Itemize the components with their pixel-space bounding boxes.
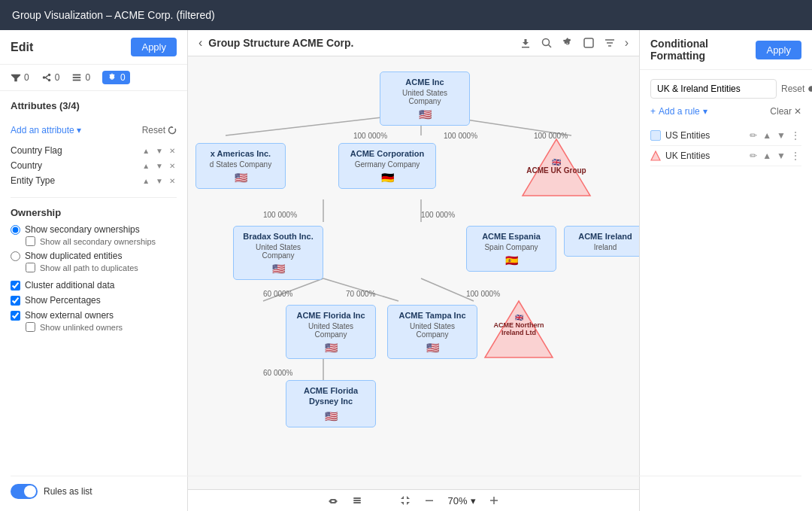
ownership-title: Ownership: [11, 207, 177, 218]
rule-uk-triangle-svg: [650, 151, 661, 161]
download-icon: [520, 37, 532, 49]
rule-uk-more-btn[interactable]: ⋮: [789, 150, 801, 162]
svg-rect-26: [353, 500, 361, 501]
filter-input-row: Reset: [650, 79, 801, 99]
attr-remove-btn-2[interactable]: ✕: [168, 161, 177, 171]
svg-rect-30: [490, 500, 498, 501]
rule-uk-down-btn[interactable]: ▼: [775, 150, 787, 162]
node-northern-ireland[interactable]: 🇬🇧 ACME Northern Ireland Ltd: [481, 297, 556, 362]
add-rule-button[interactable]: + Add a rule ▾: [650, 106, 707, 117]
back-button[interactable]: ‹: [198, 36, 202, 50]
nodes-icon: [41, 72, 52, 83]
next-button[interactable]: ›: [625, 36, 629, 50]
attr-controls-country: ▲ ▼ ✕: [141, 161, 177, 171]
share-button[interactable]: [583, 37, 595, 49]
app-title: Group Visualization – ACME Corp. (filter…: [12, 9, 215, 21]
radio-secondary-ownerships[interactable]: [11, 225, 20, 235]
gear-icon: [562, 37, 574, 49]
rule-uk-edit-btn[interactable]: ✏: [748, 150, 759, 162]
node-bradax[interactable]: Bradax South Inc. United States Company …: [233, 226, 323, 280]
node-uk-group-name: ACME UK Group: [526, 166, 586, 175]
svg-point-1: [47, 74, 50, 77]
svg-point-8: [542, 39, 549, 46]
attributes-reset-button[interactable]: Reset: [142, 125, 177, 135]
attr-up-btn-3[interactable]: ▲: [141, 176, 151, 186]
add-attribute-button[interactable]: Add an attribute ▾: [11, 125, 81, 135]
node-espania-name: ACME Espania: [473, 231, 550, 242]
left-apply-button[interactable]: Apply: [131, 38, 177, 56]
radio-duplicated-entities[interactable]: [11, 251, 20, 261]
node-espania-desc: Spain Company: [473, 243, 550, 251]
share-icon: [583, 37, 595, 49]
canvas-area[interactable]: 100 000% 100 000% 100 000% 100 000% 100 …: [188, 56, 639, 489]
node-acme-inc-name: ACME Inc: [386, 77, 463, 87]
svg-rect-27: [353, 502, 361, 503]
rule-uk-entities: UK Entities ✏ ▲ ▼ ⋮: [650, 146, 801, 166]
node-acme-inc[interactable]: ACME Inc United States Company 🇺🇸: [380, 71, 470, 126]
node-americas[interactable]: x Americas Inc. d States Company 🇺🇸: [195, 143, 286, 189]
rule-actions: + Add a rule ▾ Clear ✕: [650, 106, 801, 117]
node-uk-group[interactable]: 🇬🇧 ACME UK Group: [519, 135, 594, 200]
node-acme-corp-desc: Germany Company: [345, 160, 429, 169]
node-ireland-desc: Ireland: [571, 243, 639, 251]
node-americas-name: x Americas Inc.: [202, 148, 279, 159]
search-button[interactable]: [541, 37, 553, 49]
checkbox-cluster-additional[interactable]: [11, 281, 20, 290]
left-toolbar: 0 0 0 0: [0, 65, 187, 91]
attr-down-btn[interactable]: ▼: [154, 146, 165, 156]
right-apply-button[interactable]: Apply: [756, 41, 801, 59]
node-northern-ireland-name: ACME Northern Ireland Ltd: [489, 321, 549, 336]
attr-remove-btn-3[interactable]: ✕: [168, 176, 177, 186]
ownership-checkboxes: Cluster additional data Show Percentages…: [11, 280, 177, 332]
download-button[interactable]: [520, 37, 532, 49]
node-bradax-desc: United States Company: [240, 243, 317, 260]
radio-row-duplicated: Show duplicated entities: [11, 251, 177, 261]
rule-us-up-btn[interactable]: ▲: [761, 129, 773, 141]
settings-toolbar-item[interactable]: 0: [102, 71, 130, 84]
list-toolbar-item[interactable]: 0: [71, 71, 90, 84]
attributes-controls: Add an attribute ▾ Reset: [11, 125, 177, 135]
checkbox-show-percentages[interactable]: [11, 296, 20, 306]
node-tampa[interactable]: ACME Tampa Inc United States Company 🇺🇸: [387, 305, 477, 359]
nodes-toolbar-item[interactable]: 0: [41, 71, 60, 84]
attr-up-btn[interactable]: ▲: [141, 146, 151, 156]
node-florida[interactable]: ACME Florida Inc United States Company 🇺…: [286, 305, 376, 359]
node-florida-dysney[interactable]: ACME Florida Dysney Inc 🇺🇸: [286, 380, 376, 427]
right-reset-button[interactable]: Reset: [781, 84, 812, 94]
filter-button[interactable]: [604, 37, 616, 49]
node-americas-flag: 🇺🇸: [202, 172, 279, 184]
checkbox-show-external[interactable]: [11, 311, 20, 321]
filter-toolbar-item[interactable]: 0: [11, 71, 29, 84]
checkbox-all-path[interactable]: [26, 263, 35, 272]
rules-as-list-toggle[interactable]: [11, 484, 38, 499]
attr-up-btn-2[interactable]: ▲: [141, 161, 151, 171]
node-espania[interactable]: ACME Espania Spain Company 🇪🇸: [466, 226, 556, 272]
edge-label-5: 100 000%: [421, 211, 455, 219]
attr-down-btn-3[interactable]: ▼: [154, 176, 165, 186]
app-header: Group Visualization – ACME Corp. (filter…: [0, 0, 812, 30]
center-toolbar-right: ›: [520, 36, 629, 50]
node-ireland[interactable]: ACME Ireland Ireland: [564, 226, 639, 257]
rule-us-down-btn[interactable]: ▼: [775, 129, 787, 141]
conditional-filter-input[interactable]: [650, 79, 777, 99]
attributes-title: Attributes (3/4): [11, 100, 80, 111]
radio-item-duplicated: Show duplicated entities Show all path t…: [11, 251, 177, 272]
rules-as-list-label: Rules as list: [44, 486, 92, 497]
svg-point-2: [47, 79, 50, 82]
svg-point-0: [42, 76, 45, 79]
attr-remove-btn[interactable]: ✕: [168, 146, 177, 156]
rule-us-edit-btn[interactable]: ✏: [748, 129, 759, 141]
attr-down-btn-2[interactable]: ▼: [154, 161, 165, 171]
rule-uk-up-btn[interactable]: ▲: [761, 150, 773, 162]
add-rule-chevron: ▾: [703, 106, 707, 117]
checkbox-cluster: Cluster additional data: [11, 280, 177, 290]
checkbox-all-secondary[interactable]: [26, 236, 35, 246]
settings-button[interactable]: [562, 37, 574, 49]
sub-show-all-secondary: Show all secondary ownerships: [26, 236, 177, 246]
node-acme-corp[interactable]: ACME Corporation Germany Company 🇩🇪: [338, 143, 436, 189]
rule-us-more-btn[interactable]: ⋮: [789, 129, 801, 141]
main-layout: Edit Apply 0 0 0 0 At: [0, 30, 812, 511]
settings-icon: [107, 72, 117, 83]
clear-button[interactable]: Clear ✕: [770, 106, 801, 117]
checkbox-unlinked-owners[interactable]: [26, 322, 35, 332]
